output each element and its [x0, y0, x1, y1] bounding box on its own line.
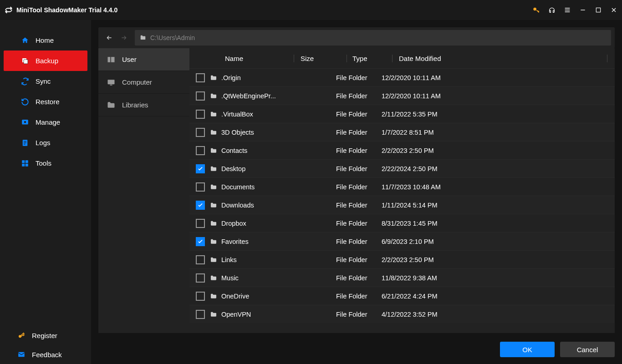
- svg-rect-18: [110, 85, 112, 86]
- sidebar-item-restore[interactable]: Restore: [4, 91, 87, 112]
- file-area: Name Size Type Date Modified .OriginFile…: [189, 48, 615, 333]
- cancel-button[interactable]: Cancel: [560, 342, 615, 357]
- svg-rect-2: [24, 60, 28, 64]
- file-row[interactable]: LinksFile Folder2/2/2023 2:50 PM: [189, 250, 615, 268]
- file-date: 8/31/2023 1:45 PM: [382, 220, 615, 227]
- checkbox[interactable]: [196, 182, 205, 192]
- maximize-icon[interactable]: [595, 6, 602, 14]
- checkbox[interactable]: [196, 201, 205, 210]
- sidebar-item-tools[interactable]: Tools: [4, 153, 87, 173]
- col-type[interactable]: Type: [347, 55, 393, 62]
- file-row[interactable]: .VirtualBoxFile Folder2/11/2022 5:35 PM: [189, 105, 615, 123]
- tree-item-libraries[interactable]: Libraries: [98, 94, 189, 116]
- file-row[interactable]: MusicFile Folder11/8/2022 9:38 AM: [189, 268, 615, 287]
- file-name: Documents: [221, 183, 336, 191]
- file-name: Desktop: [221, 165, 336, 172]
- file-type: File Folder: [336, 111, 382, 118]
- sidebar-item-label: Sync: [36, 77, 51, 85]
- minimize-icon[interactable]: [579, 6, 586, 14]
- headset-icon[interactable]: [548, 6, 556, 14]
- svg-rect-15: [108, 57, 111, 62]
- nav-forward-button[interactable]: [117, 30, 131, 45]
- file-type: File Folder: [336, 74, 382, 81]
- checkbox[interactable]: [196, 292, 205, 301]
- checkbox[interactable]: [196, 128, 205, 137]
- menu-icon[interactable]: [564, 6, 571, 14]
- file-row[interactable]: DocumentsFile Folder11/7/2023 10:48 AM: [189, 177, 615, 196]
- file-type: File Folder: [336, 147, 382, 154]
- file-row[interactable]: OneDriveFile Folder6/21/2022 4:24 PM: [189, 287, 615, 305]
- sidebar-bottom-register[interactable]: Register: [0, 326, 91, 345]
- tools-icon: [21, 159, 29, 167]
- sidebar-item-backup[interactable]: Backup: [4, 51, 87, 71]
- file-date: 6/9/2023 2:10 PM: [382, 238, 615, 245]
- file-row[interactable]: FavoritesFile Folder6/9/2023 2:10 PM: [189, 232, 615, 250]
- file-name: Music: [221, 274, 336, 282]
- manage-icon: [21, 118, 29, 126]
- file-type: File Folder: [336, 202, 382, 209]
- file-row[interactable]: .OriginFile Folder12/2/2020 10:11 AM: [189, 68, 615, 86]
- path-bar: C:\Users\Admin: [98, 27, 615, 48]
- checkbox[interactable]: [196, 219, 205, 228]
- checkbox[interactable]: [196, 146, 205, 155]
- file-date: 2/22/2024 2:50 PM: [382, 165, 615, 172]
- file-name: .QtWebEnginePr...: [221, 92, 336, 100]
- svg-rect-6: [24, 141, 26, 142]
- file-row[interactable]: DropboxFile Folder8/31/2023 1:45 PM: [189, 214, 615, 232]
- col-name[interactable]: Name: [222, 55, 294, 62]
- app-logo-icon: [5, 6, 13, 14]
- sidebar-item-logs[interactable]: Logs: [4, 132, 87, 153]
- sidebar-bottom-feedback[interactable]: Feedback: [0, 345, 91, 364]
- sidebar-bottom-label: Register: [32, 332, 57, 339]
- folder-icon: [209, 293, 218, 300]
- col-size[interactable]: Size: [294, 55, 347, 62]
- file-type: File Folder: [336, 92, 382, 100]
- computer-icon: [107, 78, 116, 87]
- sidebar-item-label: Restore: [36, 98, 60, 106]
- file-date: 2/2/2023 2:50 PM: [382, 147, 615, 154]
- checkbox[interactable]: [196, 273, 205, 283]
- file-list[interactable]: .OriginFile Folder12/2/2020 10:11 AM.QtW…: [189, 68, 615, 333]
- file-row[interactable]: DesktopFile Folder2/22/2024 2:50 PM: [189, 159, 615, 177]
- source-tree: UserComputerLibraries: [98, 48, 189, 333]
- svg-rect-14: [18, 352, 25, 357]
- checkbox[interactable]: [196, 237, 205, 246]
- checkbox[interactable]: [196, 164, 205, 173]
- folder-icon: [209, 183, 218, 191]
- col-date[interactable]: Date Modified: [393, 55, 607, 62]
- checkbox[interactable]: [196, 73, 205, 82]
- license-key-icon[interactable]: [533, 6, 540, 14]
- path-input[interactable]: C:\Users\Admin: [135, 30, 611, 46]
- file-name: 3D Objects: [221, 129, 336, 136]
- file-row[interactable]: ContactsFile Folder2/2/2023 2:50 PM: [189, 141, 615, 159]
- file-row[interactable]: OpenVPNFile Folder4/12/2022 3:52 PM: [189, 305, 615, 323]
- close-icon[interactable]: [610, 6, 617, 14]
- sidebar-item-label: Backup: [36, 57, 58, 65]
- sidebar-bottom-label: Feedback: [32, 351, 62, 359]
- file-name: OpenVPN: [221, 311, 336, 318]
- svg-rect-8: [24, 144, 25, 144]
- file-name: Favorites: [221, 238, 336, 245]
- nav-back-button[interactable]: [102, 30, 117, 45]
- file-date: 2/2/2023 2:50 PM: [382, 256, 615, 263]
- sidebar: HomeBackupSyncRestoreManageLogsTools Reg…: [0, 20, 91, 364]
- folder-icon: [209, 165, 218, 172]
- svg-rect-7: [24, 142, 26, 143]
- file-row[interactable]: .QtWebEnginePr...File Folder12/2/2020 10…: [189, 86, 615, 105]
- ok-button[interactable]: OK: [500, 342, 555, 357]
- file-name: Contacts: [221, 147, 336, 154]
- sidebar-item-manage[interactable]: Manage: [4, 112, 87, 132]
- svg-rect-12: [25, 163, 28, 166]
- sidebar-item-sync[interactable]: Sync: [4, 71, 87, 91]
- checkbox[interactable]: [196, 310, 205, 319]
- column-headers: Name Size Type Date Modified: [189, 48, 615, 68]
- checkbox[interactable]: [196, 110, 205, 119]
- file-row[interactable]: 3D ObjectsFile Folder1/7/2022 8:51 PM: [189, 123, 615, 141]
- checkbox[interactable]: [196, 255, 205, 264]
- file-row[interactable]: DownloadsFile Folder1/11/2024 5:14 PM: [189, 196, 615, 214]
- tree-item-user[interactable]: User: [98, 48, 189, 71]
- sidebar-item-home[interactable]: Home: [4, 30, 87, 51]
- checkbox[interactable]: [196, 91, 205, 101]
- file-name: OneDrive: [221, 293, 336, 300]
- tree-item-computer[interactable]: Computer: [98, 71, 189, 94]
